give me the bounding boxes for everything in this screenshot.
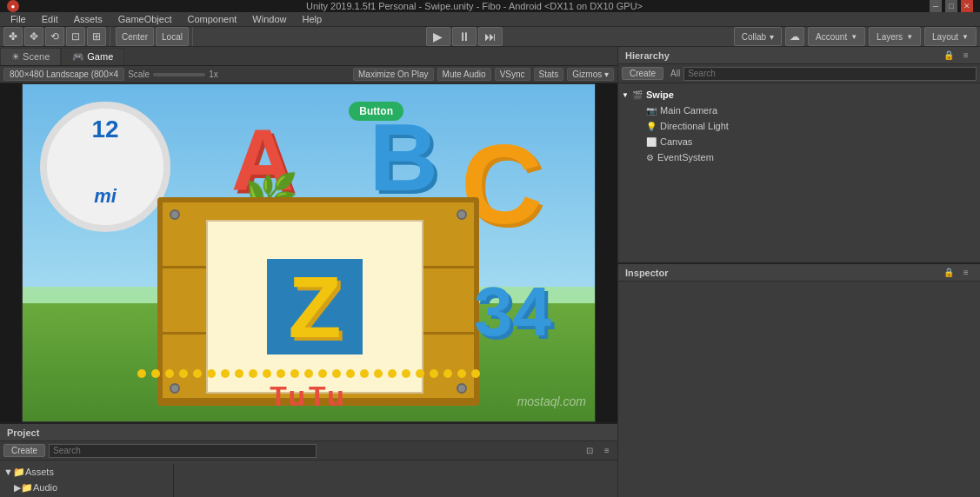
inspector-options-icon[interactable]: ≡ <box>959 266 973 280</box>
gizmos-button[interactable]: Gizmos ▾ <box>567 68 614 81</box>
collab-label: Collab <box>742 32 766 42</box>
dot-21 <box>416 369 424 378</box>
clock-element: 12 mi <box>40 102 170 275</box>
dot-8 <box>235 369 243 378</box>
local-button[interactable]: Local <box>156 27 189 46</box>
rotate-tool[interactable]: ⟲ <box>45 27 64 46</box>
hierarchy-search-input[interactable] <box>683 67 977 81</box>
project-search-input[interactable] <box>49 444 317 458</box>
hierarchy-lock-icon[interactable]: 🔒 <box>942 49 956 63</box>
menu-file[interactable]: File <box>3 12 33 26</box>
mute-audio-button[interactable]: Mute Audio <box>437 68 491 81</box>
account-label: Account <box>816 32 847 42</box>
layers-button[interactable]: Layers <box>869 27 921 46</box>
project-content-area <box>174 464 617 497</box>
game-canvas: 12 mi Button A B C 🌿 <box>0 83 617 422</box>
app-container: ● Unity 2019.1.5f1 Personal - Swipe.unit… <box>0 0 980 497</box>
dot-5 <box>193 369 202 378</box>
light-icon: 💡 <box>646 122 657 131</box>
collab-button[interactable]: Collab ▾ <box>734 27 782 46</box>
menu-window[interactable]: Window <box>245 12 293 26</box>
maximize-on-play-button[interactable]: Maximize On Play <box>353 68 434 81</box>
hand-tool[interactable]: ✤ <box>3 27 23 46</box>
account-button[interactable]: Account <box>808 27 865 46</box>
project-tree-left: ▼ 📁 Assets ▶ 📁 Audio ▶ 📁 Im <box>0 464 174 497</box>
dot-25 <box>471 369 480 378</box>
directional-light-label: Directional Light <box>660 121 729 131</box>
dot-10 <box>263 369 271 378</box>
canvas-label: Canvas <box>660 136 692 147</box>
project-panel: Project Create ⊡ ≡ ▼ 📁 Assets <box>0 422 617 497</box>
dot-6 <box>207 369 216 378</box>
inspector-title: Inspector <box>625 268 669 278</box>
tree-item-swipe[interactable]: ▼ 🎬 Swipe <box>618 87 980 103</box>
letter-b: B <box>370 102 438 212</box>
canvas-icon: ⬜ <box>646 137 657 147</box>
inspector-content <box>618 282 980 497</box>
scene-tab-label: ☀ Scene <box>11 51 50 63</box>
center-button[interactable]: Center <box>116 27 154 46</box>
event-system-icon: ⚙ <box>646 153 654 162</box>
resolution-dropdown[interactable]: 800×480 Landscape (800×4 <box>3 68 124 81</box>
watermark: mostaql.com <box>517 394 586 408</box>
vsync-button[interactable]: VSync <box>495 68 530 81</box>
inspector-lock-icon[interactable]: 🔒 <box>942 266 956 280</box>
inspector-panel: Inspector 🔒 ≡ <box>617 264 980 497</box>
project-item-audio[interactable]: ▶ 📁 Audio <box>0 480 173 495</box>
collab-dropdown-icon: ▾ <box>770 32 774 42</box>
clock-face: 12 mi <box>40 102 170 232</box>
tree-item-main-camera[interactable]: 📷 Main Camera <box>618 103 980 118</box>
audio-label: Audio <box>33 482 57 493</box>
menu-assets[interactable]: Assets <box>67 12 110 26</box>
main-toolbar: ✤ ✥ ⟲ ⊡ ⊞ Center Local ▶ ⏸ ⏭ Collab ▾ ☁ … <box>0 27 980 47</box>
dot-22 <box>430 369 438 378</box>
pause-button[interactable]: ⏸ <box>452 27 477 46</box>
stats-button[interactable]: Stats <box>534 68 564 81</box>
project-toolbar: Create ⊡ ≡ <box>0 441 617 461</box>
dot-4 <box>179 369 188 378</box>
dots-row <box>23 369 595 378</box>
game-tab[interactable]: 🎮 Game <box>61 48 124 65</box>
audio-folder-icon: 📁 <box>21 482 33 494</box>
main-columns: ☀ Scene 🎮 Game 800×480 Landscape (800×4 … <box>0 47 980 497</box>
clock-mi: mi <box>94 185 117 208</box>
cloud-button[interactable]: ☁ <box>785 27 804 46</box>
dot-13 <box>304 369 313 378</box>
scale-tool[interactable]: ⊡ <box>66 27 85 46</box>
tree-item-event-system[interactable]: ⚙ EventSystem <box>618 149 980 165</box>
project-title: Project <box>7 427 39 438</box>
game-tab-label: 🎮 Game <box>72 51 113 63</box>
play-button[interactable]: ▶ <box>426 27 450 46</box>
menu-gameobject[interactable]: GameObject <box>111 12 179 26</box>
dot-7 <box>221 369 230 378</box>
layout-button[interactable]: Layout <box>924 27 977 46</box>
tree-item-directional-light[interactable]: 💡 Directional Light <box>618 118 980 134</box>
project-collapse-icon[interactable]: ⊡ <box>583 444 597 458</box>
tree-item-canvas[interactable]: ⬜ Canvas <box>618 134 980 149</box>
dot-15 <box>332 369 341 378</box>
resolution-label: 800×480 Landscape (800×4 <box>10 70 118 79</box>
move-tool[interactable]: ✥ <box>24 27 43 46</box>
rect-tool[interactable]: ⊞ <box>87 27 106 46</box>
dot-20 <box>402 369 410 378</box>
right-column: Hierarchy 🔒 ≡ Create All ▼ 🎬 Swipe <box>617 47 980 497</box>
minimize-button[interactable]: ─ <box>930 0 942 12</box>
project-create-button[interactable]: Create <box>3 444 45 457</box>
hierarchy-options-icon[interactable]: ≡ <box>959 49 973 63</box>
close-button[interactable]: ✕ <box>961 0 973 12</box>
menu-help[interactable]: Help <box>295 12 329 26</box>
window-title: Unity 2019.1.5f1 Personal - Swipe.unity … <box>19 1 930 11</box>
dot-14 <box>318 369 327 378</box>
hierarchy-create-button[interactable]: Create <box>622 67 663 80</box>
step-button[interactable]: ⏭ <box>478 27 503 46</box>
menu-component[interactable]: Component <box>180 12 243 26</box>
menu-edit[interactable]: Edit <box>35 12 65 26</box>
left-column: ☀ Scene 🎮 Game 800×480 Landscape (800×4 … <box>0 47 617 497</box>
project-options-icon[interactable]: ≡ <box>600 444 614 458</box>
dot-24 <box>457 369 466 378</box>
maximize-button[interactable]: □ <box>945 0 957 12</box>
play-controls: ▶ ⏸ ⏭ <box>198 27 730 46</box>
hierarchy-all-label: All <box>670 69 680 78</box>
project-item-assets[interactable]: ▼ 📁 Assets <box>0 464 173 480</box>
scene-tab[interactable]: ☀ Scene <box>0 48 61 65</box>
